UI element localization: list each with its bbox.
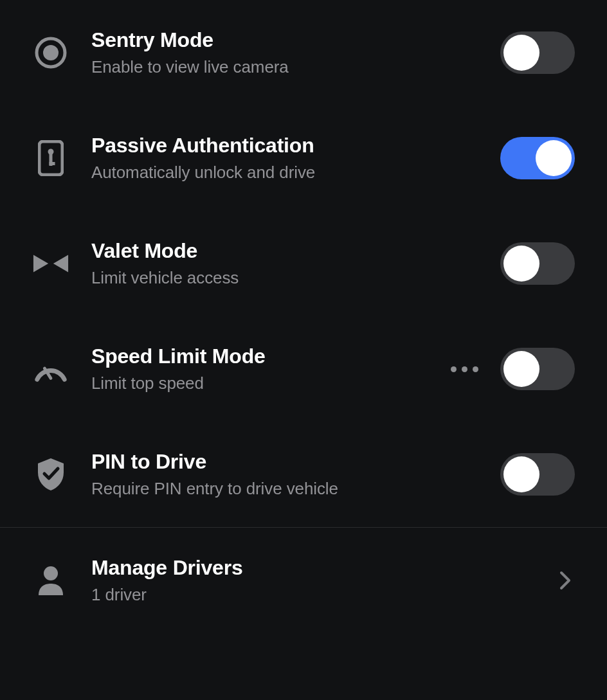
row-subtitle: Automatically unlock and drive — [91, 163, 478, 183]
row-title: Manage Drivers — [91, 556, 538, 580]
row-title: PIN to Drive — [91, 450, 478, 474]
more-options-button[interactable] — [451, 366, 478, 372]
row-actions — [500, 453, 575, 496]
svg-point-1 — [43, 45, 59, 60]
row-actions — [451, 348, 575, 390]
row-subtitle: Limit top speed — [91, 373, 429, 393]
row-text: Valet Mode Limit vehicle access — [91, 239, 478, 288]
speed-limit-toggle[interactable] — [500, 348, 575, 390]
row-text: Speed Limit Mode Limit top speed — [91, 345, 429, 393]
bowtie-icon — [32, 252, 69, 275]
shield-check-icon — [32, 457, 69, 492]
sentry-toggle[interactable] — [500, 31, 575, 74]
row-text: PIN to Drive Require PIN entry to drive … — [91, 450, 478, 499]
sentry-icon — [32, 36, 69, 69]
row-text: Manage Drivers 1 driver — [91, 556, 538, 605]
pin-to-drive-toggle[interactable] — [500, 453, 575, 496]
svg-point-7 — [44, 566, 58, 580]
row-passive-authentication: Passive Authentication Automatically unl… — [0, 105, 607, 211]
keycard-icon — [32, 140, 69, 176]
row-valet-mode: Valet Mode Limit vehicle access — [0, 211, 607, 316]
row-subtitle: 1 driver — [91, 585, 538, 605]
row-pin-to-drive: PIN to Drive Require PIN entry to drive … — [0, 422, 607, 527]
row-subtitle: Require PIN entry to drive vehicle — [91, 479, 478, 499]
row-actions — [500, 137, 575, 179]
row-sentry-mode: Sentry Mode Enable to view live camera — [0, 0, 607, 105]
row-title: Speed Limit Mode — [91, 345, 429, 368]
row-title: Sentry Mode — [91, 28, 478, 52]
row-text: Passive Authentication Automatically unl… — [91, 134, 478, 183]
passive-auth-toggle[interactable] — [500, 137, 575, 179]
row-title: Valet Mode — [91, 239, 478, 263]
row-speed-limit-mode: Speed Limit Mode Limit top speed — [0, 316, 607, 422]
row-actions — [559, 571, 575, 590]
row-actions — [500, 242, 575, 285]
row-subtitle: Limit vehicle access — [91, 268, 478, 288]
speedometer-icon — [32, 355, 69, 382]
row-actions — [500, 31, 575, 74]
svg-rect-5 — [50, 162, 55, 165]
row-manage-drivers[interactable]: Manage Drivers 1 driver — [0, 528, 607, 633]
person-icon — [32, 564, 69, 597]
row-text: Sentry Mode Enable to view live camera — [91, 28, 478, 77]
chevron-right-icon — [559, 571, 575, 590]
row-title: Passive Authentication — [91, 134, 478, 157]
valet-toggle[interactable] — [500, 242, 575, 285]
row-subtitle: Enable to view live camera — [91, 57, 478, 77]
settings-list: Sentry Mode Enable to view live camera P… — [0, 0, 607, 633]
